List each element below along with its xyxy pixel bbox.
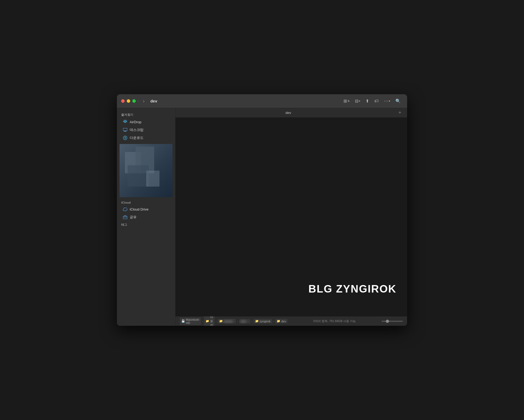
downloads-icon: [123, 135, 128, 140]
sidebar-item-icloud-drive[interactable]: iCloud Drive: [118, 205, 174, 213]
breadcrumb-bar: dev +: [175, 108, 407, 118]
tags-label: 태그: [117, 221, 175, 228]
more-chevron-icon: ▾: [389, 100, 390, 102]
blurred-path-2: ●●●: [241, 320, 249, 323]
view-options-button[interactable]: ⊟ ▾: [353, 97, 362, 105]
svg-rect-5: [123, 216, 127, 219]
icloud-drive-icon: [123, 207, 128, 212]
path-blurred2[interactable]: ●●●: [239, 319, 250, 323]
more-button[interactable]: ⋯ ▾: [382, 97, 392, 105]
forward-button[interactable]: ›: [141, 98, 146, 105]
toolbar-actions: ⊞ ⇅ ⊟ ▾ ⬆ 🏷 ⋯ ▾: [341, 97, 403, 105]
file-content[interactable]: BLG ZYNGIROK: [175, 118, 407, 316]
svg-rect-3: [124, 131, 126, 131]
traffic-lights: [121, 99, 136, 103]
tag-button[interactable]: 🏷: [372, 97, 381, 105]
ellipsis-icon: ⋯: [384, 98, 388, 104]
minimize-button[interactable]: [127, 99, 130, 103]
sep2: ›: [216, 320, 217, 323]
sidebar-item-downloads[interactable]: 다운로드: [118, 134, 174, 142]
back-button[interactable]: ‹: [136, 98, 140, 105]
zoom-thumb[interactable]: [386, 320, 389, 323]
breadcrumb-title: dev: [180, 111, 397, 115]
maximize-button[interactable]: [132, 99, 136, 103]
watermark: BLG ZYNGIROK: [308, 283, 396, 295]
zyngirok-label: zyngirok: [260, 320, 271, 323]
search-icon: 🔍: [395, 98, 401, 104]
sep3: ›: [237, 320, 238, 323]
zoom-control[interactable]: [382, 321, 403, 322]
desktop-label: 데스크탑: [130, 127, 144, 132]
blurred-path-1: ●●●●●: [224, 320, 234, 323]
status-text: 0개의 항목, 791.68GB 사용 가능: [288, 319, 382, 323]
sep4: ›: [251, 320, 252, 323]
sidebar-item-airdrop[interactable]: AirDrop: [118, 118, 174, 126]
sidebar: 즐겨찾기 AirDrop: [117, 108, 175, 326]
sep1: ›: [202, 320, 203, 323]
airdrop-icon: [123, 120, 128, 124]
add-tab-button[interactable]: +: [397, 109, 403, 116]
folder-icon-zyngirok: 📁: [255, 319, 259, 323]
path-dev[interactable]: 📁 dev: [275, 319, 288, 323]
content-area: 즐겨찾기 AirDrop: [117, 108, 407, 326]
current-folder-label: dev: [150, 99, 157, 103]
sidebar-thumbnail: [120, 144, 173, 197]
icloud-drive-label: iCloud Drive: [130, 207, 149, 211]
folder-icon-users: 📁: [206, 319, 209, 323]
icloud-label: iCloud: [117, 199, 175, 205]
sidebar-item-desktop[interactable]: 데스크탑: [118, 126, 174, 134]
chevron-down-icon: ▾: [359, 100, 360, 102]
shared-label: 공유: [130, 215, 137, 220]
sidebar-item-shared[interactable]: 공유: [118, 213, 174, 221]
macintosh-hd-label: Macintosh HD: [186, 318, 199, 324]
zoom-slider[interactable]: [382, 321, 403, 322]
nav-buttons: ‹ ›: [136, 98, 146, 105]
favorites-label: 즐겨찾기: [117, 111, 175, 118]
share-button[interactable]: ⬆: [363, 97, 371, 105]
path-users[interactable]: 📁 사용자: [204, 315, 215, 326]
tag-icon: 🏷: [374, 99, 379, 104]
path-macintosh-hd[interactable]: 💾 Macintosh HD: [180, 318, 201, 325]
desktop-icon: [123, 127, 128, 132]
view-grid-button[interactable]: ⊞ ⇅: [341, 97, 352, 105]
hdd-icon: 💾: [181, 319, 185, 323]
svg-rect-2: [124, 131, 126, 131]
sep5: ›: [273, 320, 274, 323]
view-grid-icon: ⊞: [343, 98, 347, 104]
users-label: 사용자: [210, 315, 213, 326]
dev-label: dev: [281, 320, 286, 323]
shared-icon: [123, 215, 128, 220]
svg-rect-1: [123, 128, 127, 131]
folder-icon-dev: 📁: [277, 319, 280, 323]
share-icon: ⬆: [366, 98, 369, 104]
close-button[interactable]: [121, 99, 125, 103]
grid-icon: ⊟: [355, 98, 358, 104]
main-area: dev + BLG ZYNGIROK 💾 Macintosh HD › 📁: [175, 108, 407, 326]
svg-point-0: [124, 121, 126, 123]
downloads-label: 다운로드: [130, 135, 144, 140]
status-bar: 💾 Macintosh HD › 📁 사용자 › 📁 ●●●●● ›: [175, 316, 407, 326]
search-button[interactable]: 🔍: [393, 97, 403, 105]
airdrop-label: AirDrop: [130, 120, 141, 124]
path-zyngirok[interactable]: 📁 zyngirok: [253, 319, 272, 323]
path-blurred1[interactable]: 📁 ●●●●●: [218, 319, 236, 323]
folder-icon-blurred1: 📁: [219, 319, 223, 323]
chevron-up-down-icon: ⇅: [347, 100, 350, 102]
finder-window: ‹ › dev ⊞ ⇅ ⊟ ▾ ⬆: [117, 94, 407, 326]
path-breadcrumb: 💾 Macintosh HD › 📁 사용자 › 📁 ●●●●● ›: [180, 315, 288, 326]
titlebar: ‹ › dev ⊞ ⇅ ⊟ ▾ ⬆: [117, 94, 407, 108]
